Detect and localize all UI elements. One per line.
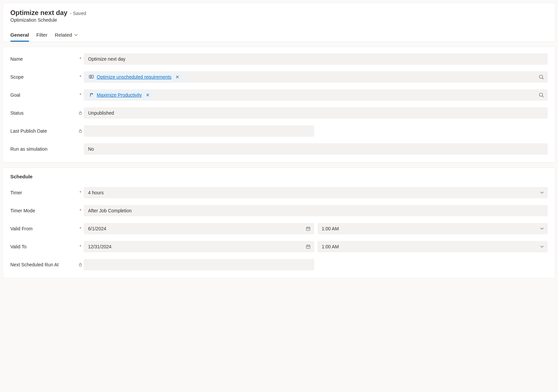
label-timer-mode: Timer Mode (10, 208, 77, 213)
required-marker: * (80, 190, 81, 195)
valid-to-date-value: 12/31/2024 (88, 244, 111, 249)
timer-mode-value: After Job Completion (88, 208, 132, 213)
required-marker: * (80, 208, 81, 213)
entity-name: Optimization Schedule (10, 17, 548, 23)
lock-icon (78, 263, 82, 267)
run-as-sim-field[interactable]: No (84, 143, 548, 155)
valid-to-time-field[interactable]: 1:00 AM (318, 241, 548, 252)
label-status: Status (10, 110, 77, 116)
required-marker: * (80, 93, 81, 97)
label-next-run: Next Scheduled Run At (10, 262, 77, 267)
scope-lookup[interactable]: Optimize unscheduled requirements ✕ (84, 71, 548, 83)
chevron-down-icon (540, 245, 544, 249)
scope-pill: Optimize unscheduled requirements ✕ (86, 73, 182, 81)
search-icon[interactable] (539, 74, 544, 80)
lock-icon (78, 111, 82, 115)
goal-remove-icon[interactable]: ✕ (146, 92, 150, 98)
valid-to-date-field[interactable]: 12/31/2024 (84, 241, 314, 252)
required-marker: * (80, 57, 81, 61)
search-icon[interactable] (539, 92, 544, 98)
goal-lookup[interactable]: Maximize Productivity ✕ (84, 89, 548, 101)
required-marker: * (80, 244, 81, 249)
tab-general-label: General (10, 32, 29, 38)
valid-from-time-field[interactable]: 1:00 AM (318, 223, 548, 234)
label-goal: Goal (10, 92, 77, 98)
scope-link[interactable]: Optimize unscheduled requirements (97, 74, 171, 80)
tab-filter[interactable]: Filter (36, 30, 47, 42)
valid-from-date-value: 6/1/2024 (88, 226, 106, 231)
calendar-icon[interactable] (306, 226, 311, 231)
form-tabs: General Filter Related (10, 30, 548, 42)
schedule-section: Schedule Timer * 4 hours Timer Mode * Af… (3, 167, 555, 278)
saved-indicator: - Saved (70, 11, 86, 16)
goal-link[interactable]: Maximize Productivity (97, 92, 142, 98)
last-publish-field (84, 125, 314, 137)
chevron-down-icon (540, 191, 544, 195)
svg-rect-3 (79, 113, 82, 115)
chevron-down-icon (540, 227, 544, 231)
general-section: Name * Scope * Optimize unscheduled req (3, 47, 555, 163)
timer-mode-select[interactable]: After Job Completion (84, 205, 548, 216)
scope-remove-icon[interactable]: ✕ (175, 74, 179, 80)
valid-from-time-value: 1:00 AM (322, 226, 339, 231)
label-run-as-sim: Run as simulation (10, 146, 77, 152)
required-marker: * (80, 75, 81, 79)
svg-rect-13 (79, 264, 82, 266)
timer-value: 4 hours (88, 190, 104, 195)
svg-point-10 (307, 247, 308, 247)
scope-entity-icon (89, 74, 94, 80)
label-valid-to: Valid To (10, 244, 77, 249)
calendar-icon[interactable] (306, 244, 311, 249)
lock-icon (78, 129, 82, 133)
svg-point-12 (309, 247, 309, 247)
goal-entity-icon (89, 92, 94, 98)
valid-to-time-value: 1:00 AM (322, 244, 339, 249)
tab-filter-label: Filter (36, 32, 47, 38)
label-valid-from: Valid From (10, 226, 77, 231)
status-field: Unpublished (84, 107, 548, 119)
svg-point-1 (539, 75, 543, 78)
tab-related[interactable]: Related (55, 30, 78, 42)
valid-from-date-field[interactable]: 6/1/2024 (84, 223, 314, 234)
status-value: Unpublished (88, 110, 114, 116)
name-input[interactable] (88, 56, 543, 62)
svg-point-7 (308, 229, 308, 229)
svg-point-6 (307, 229, 308, 229)
name-field[interactable] (84, 53, 548, 65)
tab-related-label: Related (55, 32, 72, 38)
tab-general[interactable]: General (10, 30, 29, 42)
label-timer: Timer (10, 190, 77, 195)
svg-point-8 (309, 229, 309, 229)
label-name: Name (10, 56, 77, 62)
required-marker: * (80, 226, 81, 231)
svg-point-2 (539, 93, 543, 96)
svg-rect-4 (79, 131, 82, 133)
record-header: Optimize next day - Saved Optimization S… (3, 3, 555, 42)
schedule-section-title: Schedule (10, 174, 548, 179)
svg-point-11 (308, 247, 308, 247)
goal-pill: Maximize Productivity ✕ (86, 91, 152, 99)
label-last-publish: Last Publish Date (10, 128, 77, 134)
page-title: Optimize next day (10, 9, 67, 17)
run-as-sim-value: No (88, 146, 94, 152)
next-run-field (84, 259, 314, 270)
timer-select[interactable]: 4 hours (84, 187, 548, 198)
label-scope: Scope (10, 74, 77, 80)
chevron-down-icon (74, 33, 78, 37)
